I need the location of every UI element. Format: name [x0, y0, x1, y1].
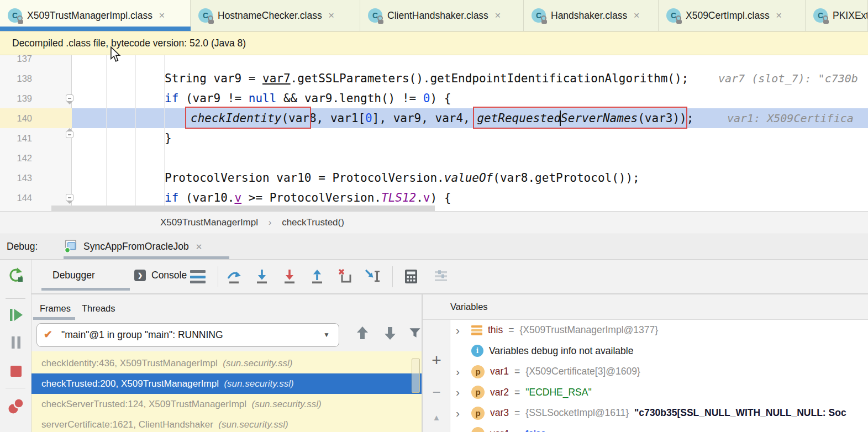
- debug-toolwindow-header: Debug: SyncAppFromOracleJob ✕: [0, 234, 868, 260]
- variable-name: var3: [490, 407, 509, 419]
- stop-button[interactable]: [7, 362, 25, 380]
- close-icon[interactable]: ✕: [196, 242, 203, 252]
- filter-frames-icon[interactable]: [407, 325, 422, 343]
- pause-button[interactable]: [7, 334, 25, 351]
- class-icon: C: [532, 8, 546, 23]
- toolbar-separator: [6, 298, 25, 299]
- code-line-current[interactable]: checkIdentity(var8, var1[0], var9, var4,…: [0, 108, 868, 128]
- move-up-button[interactable]: ▲: [423, 413, 450, 422]
- variable-value: false: [525, 428, 546, 432]
- tab-frames[interactable]: Frames: [40, 299, 71, 318]
- frame-row[interactable]: checkIdentity:436, X509TrustManagerImpl …: [31, 353, 422, 373]
- object-icon: [471, 325, 482, 335]
- resume-button[interactable]: [7, 306, 25, 324]
- session-tab-underline: [64, 256, 229, 259]
- force-step-into-button[interactable]: [281, 267, 298, 285]
- parameter-icon: p: [471, 365, 485, 378]
- tab-debugger[interactable]: Debugger: [52, 260, 95, 291]
- session-tab-label: SyncAppFromOracleJob: [83, 241, 189, 252]
- add-watch-button[interactable]: +: [423, 351, 450, 370]
- fold-marker[interactable]: [66, 131, 73, 138]
- tab-threads[interactable]: Threads: [82, 299, 115, 318]
- class-icon: C: [666, 8, 681, 23]
- code-editor[interactable]: 137 138 139 140 141 142 143 144 String v…: [0, 55, 868, 211]
- breadcrumb-class[interactable]: X509TrustManagerImpl: [160, 217, 258, 228]
- parameter-icon: p: [471, 386, 485, 399]
- step-over-button[interactable]: [225, 267, 243, 285]
- banner-text: Decompiled .class file, bytecode version…: [12, 38, 246, 49]
- chevron-right-icon[interactable]: ›: [456, 408, 466, 418]
- class-icon-letter: C: [536, 11, 541, 20]
- class-icon-letter: C: [671, 11, 676, 20]
- active-tab-underline: [0, 27, 191, 31]
- thread-selector-value: "main"@1 in group "main": RUNNING: [61, 324, 223, 346]
- variable-row-var3[interactable]: › p var3 = {SSLSocketImpl@1611} "c730b35…: [450, 403, 868, 424]
- restore-layout-button[interactable]: [432, 267, 450, 285]
- breadcrumb-method[interactable]: checkTrusted(): [282, 217, 344, 228]
- frame-label: checkServerTrusted:124, X509TrustManager…: [41, 399, 246, 409]
- tab-pkixext[interactable]: C PKIXExt: [806, 0, 868, 31]
- variable-value: {X509Certificate[3]@1609}: [525, 366, 640, 377]
- frame-up-button[interactable]: [354, 325, 372, 343]
- code-text: if (var10.v >= ProtocolVersion.TLS12.v) …: [165, 188, 451, 208]
- editor-tab-bar: C X509TrustManagerImpl.class ✕ C Hostnam…: [0, 0, 868, 31]
- fold-marker[interactable]: [66, 94, 73, 102]
- variable-row-var4[interactable]: › p var4 = false: [450, 424, 868, 432]
- close-icon[interactable]: ✕: [633, 11, 640, 20]
- frame-row[interactable]: checkServerTrusted:124, X509TrustManager…: [31, 394, 422, 414]
- close-icon[interactable]: ✕: [776, 11, 782, 20]
- step-out-button[interactable]: [308, 267, 326, 285]
- rerun-button[interactable]: [7, 266, 24, 284]
- tab-console[interactable]: ❯ Console: [134, 260, 187, 291]
- close-icon[interactable]: ✕: [159, 11, 165, 20]
- frame-label: serverCertificate:1621, ClientHandshaker: [41, 419, 213, 430]
- run-to-cursor-button[interactable]: [364, 267, 381, 285]
- tab-x509certimpl[interactable]: C X509CertImpl.class ✕: [659, 0, 806, 31]
- class-icon-letter: C: [818, 11, 823, 20]
- step-into-button[interactable]: [253, 267, 271, 285]
- console-icon-glyph: ❯: [138, 272, 143, 278]
- chevron-right-icon[interactable]: ›: [456, 325, 466, 335]
- remove-watch-button[interactable]: −: [423, 384, 450, 401]
- decompiled-banner: Decompiled .class file, bytecode version…: [0, 31, 868, 55]
- thread-selector-dropdown[interactable]: ✔ "main"@1 in group "main": RUNNING ▼: [36, 323, 339, 347]
- toolbar-separator: [218, 266, 218, 287]
- layout-options-icon[interactable]: [190, 270, 206, 283]
- close-icon[interactable]: ✕: [328, 11, 335, 20]
- variables-panel: Variables + − ▲ ▼ › this = {X509TrustMan…: [423, 294, 868, 432]
- tab-hostnamechecker[interactable]: C HostnameChecker.class ✕: [191, 0, 360, 31]
- fold-marker[interactable]: [66, 194, 73, 201]
- variable-value-string: "c730b35[SSL_NULL_WITH_NULL_NULL: Soc: [634, 407, 846, 419]
- evaluate-expression-button[interactable]: [402, 267, 420, 285]
- tab-label: X509CertImpl.class: [686, 10, 770, 22]
- frame-label: checkIdentity:436, X509TrustManagerImpl: [41, 358, 218, 368]
- annotation-box-getrequestedservernames: [473, 107, 687, 129]
- variable-name: var2: [490, 387, 509, 398]
- code-line[interactable]: String var9 = var7.getSSLParameters().ge…: [0, 69, 868, 88]
- chevron-right-icon[interactable]: ›: [456, 367, 466, 377]
- variable-row-var1[interactable]: › p var1 = {X509Certificate[3]@1609}: [450, 361, 868, 382]
- toolbar-separator: [392, 266, 393, 287]
- code-line[interactable]: ProtocolVersion var10 = ProtocolVersion.…: [0, 168, 868, 188]
- inline-debugger-hint: var7 (slot_7): "c730b: [718, 69, 858, 88]
- tab-handshaker[interactable]: C Handshaker.class ✕: [524, 0, 659, 31]
- close-icon[interactable]: ✕: [495, 11, 501, 20]
- chevron-right-icon[interactable]: ›: [456, 429, 466, 432]
- equals-sign: =: [514, 428, 520, 432]
- frame-row[interactable]: serverCertificate:1621, ClientHandshaker…: [31, 414, 422, 432]
- equals-sign: =: [514, 387, 520, 398]
- chevron-right-icon[interactable]: ›: [456, 387, 466, 397]
- variable-row-this[interactable]: › this = {X509TrustManagerImpl@1377}: [450, 320, 868, 341]
- code-line[interactable]: }: [0, 128, 868, 148]
- view-breakpoints-button[interactable]: [7, 397, 24, 414]
- code-line[interactable]: if (var9 != null && var9.length() != 0) …: [0, 88, 868, 108]
- code-line[interactable]: if (var10.v >= ProtocolVersion.TLS12.v) …: [0, 188, 868, 208]
- frame-package: (sun.security.ssl): [252, 399, 322, 409]
- drop-frame-button[interactable]: [336, 267, 354, 285]
- variable-row-var2[interactable]: › p var2 = "ECDHE_RSA": [450, 382, 868, 403]
- scrollbar-thumb[interactable]: [412, 359, 420, 393]
- frame-row-selected[interactable]: checkTrusted:200, X509TrustManagerImpl (…: [31, 373, 422, 394]
- tab-clienthandshaker[interactable]: C ClientHandshaker.class ✕: [360, 0, 524, 31]
- debug-session-tab[interactable]: SyncAppFromOracleJob ✕: [64, 234, 202, 259]
- frame-down-button[interactable]: [382, 325, 399, 343]
